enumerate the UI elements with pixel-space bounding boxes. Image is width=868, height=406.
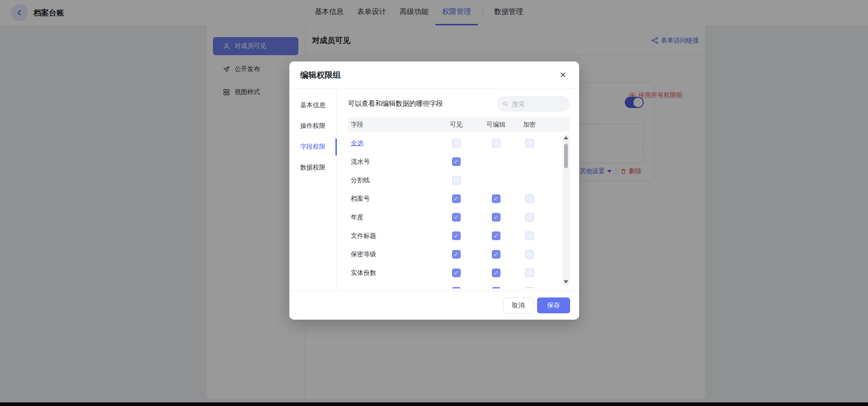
column-header: 加密 — [516, 121, 543, 129]
field-cell: 保密等级 — [348, 250, 436, 259]
checkbox-encrypted[interactable] — [525, 213, 534, 222]
checkbox-cell — [516, 287, 543, 288]
checkbox-cell — [476, 139, 516, 147]
modal-title: 编辑权限组 — [300, 70, 341, 80]
checkbox-encrypted[interactable] — [525, 287, 534, 288]
checkbox-cell — [436, 139, 476, 147]
checkbox-cell — [516, 231, 543, 240]
field-cell: 档案号 — [348, 195, 436, 203]
checkbox-cell — [516, 250, 543, 259]
checkbox-cell: ✓ — [436, 287, 476, 288]
field-cell: 年度 — [348, 213, 436, 222]
scroll-down-icon[interactable] — [564, 280, 568, 283]
checkbox-cell — [516, 213, 543, 222]
modal-tab-data-permissions[interactable]: 数据权限 — [289, 157, 336, 178]
checkbox-cell: ✓ — [436, 194, 476, 203]
field-list: 全选流水号✓分割线档案号✓✓年度✓✓文件标题✓✓保密等级✓✓实体份数✓✓✓✓ — [348, 132, 570, 288]
close-icon[interactable]: ✕ — [557, 69, 569, 81]
checkbox-editable[interactable]: ✓ — [492, 213, 500, 222]
table-row: 文件标题✓✓ — [348, 227, 570, 245]
checkbox-cell: ✓ — [436, 269, 476, 277]
checkbox-editable[interactable]: ✓ — [492, 269, 500, 277]
modal-tab-operation-permissions[interactable]: 操作权限 — [289, 116, 336, 137]
column-header: 可编辑 — [476, 121, 516, 129]
search-input[interactable] — [511, 100, 564, 108]
select-all-link[interactable]: 全选 — [351, 139, 363, 147]
checkbox-cell: ✓ — [436, 231, 476, 240]
modal-tab-basic-info[interactable]: 基本信息 — [289, 95, 336, 116]
field-label: 实体份数 — [351, 269, 376, 277]
modal-header: 编辑权限组 ✕ — [289, 61, 579, 89]
field-label: 档案号 — [351, 195, 370, 203]
search-box[interactable] — [497, 96, 570, 112]
checkbox-visible[interactable]: ✓ — [452, 213, 461, 222]
search-icon — [503, 101, 508, 107]
table-row: 档案号✓✓ — [348, 189, 570, 208]
modal-tab-field-permissions[interactable]: 字段权限 — [289, 137, 336, 157]
table-row: 全选 — [348, 134, 570, 152]
checkbox-cell: ✓ — [436, 157, 476, 166]
save-button[interactable]: 保存 — [537, 297, 570, 313]
checkbox-visible[interactable] — [452, 176, 461, 184]
edit-permission-group-modal: 编辑权限组 ✕ 基本信息操作权限字段权限数据权限 可以查看和编辑数据的哪些字段 … — [289, 61, 579, 320]
checkbox-editable[interactable]: ✓ — [492, 194, 500, 203]
checkbox-visible[interactable]: ✓ — [452, 194, 461, 203]
modal-content: 可以查看和编辑数据的哪些字段 字段可见可编辑加密 全选流水号✓分割线档案号✓✓年… — [348, 89, 570, 291]
modal-tabs: 基本信息操作权限字段权限数据权限 — [289, 89, 337, 291]
table-row: 年度✓✓ — [348, 208, 570, 227]
table-row: 流水号✓ — [348, 152, 570, 171]
checkbox-cell: ✓ — [476, 231, 516, 240]
checkbox-editable[interactable] — [492, 139, 500, 147]
checkbox-cell: ✓ — [436, 213, 476, 222]
modal-body: 基本信息操作权限字段权限数据权限 可以查看和编辑数据的哪些字段 字段可见可编辑加… — [289, 89, 579, 291]
column-header: 可见 — [436, 121, 476, 129]
checkbox-visible[interactable] — [452, 139, 461, 147]
checkbox-editable[interactable]: ✓ — [492, 231, 500, 240]
checkbox-visible[interactable]: ✓ — [452, 269, 461, 277]
field-cell: 分割线 — [348, 176, 436, 184]
checkbox-visible[interactable]: ✓ — [452, 157, 461, 166]
field-label: 流水号 — [351, 158, 370, 166]
table-header: 字段可见可编辑加密 — [348, 118, 570, 132]
scrollbar[interactable] — [562, 134, 570, 286]
table-row: ✓✓ — [348, 282, 570, 288]
table-row: 实体份数✓✓ — [348, 264, 570, 282]
field-cell: 流水号 — [348, 158, 436, 166]
checkbox-cell — [516, 194, 543, 203]
table-row: 分割线 — [348, 171, 570, 189]
field-label: 年度 — [351, 213, 363, 222]
fields-caption: 可以查看和编辑数据的哪些字段 — [348, 99, 443, 108]
field-cell: 全选 — [348, 139, 436, 147]
checkbox-cell: ✓ — [476, 213, 516, 222]
checkbox-encrypted[interactable] — [525, 269, 534, 277]
checkbox-cell — [516, 269, 543, 277]
checkbox-cell: ✓ — [436, 250, 476, 259]
checkbox-visible[interactable]: ✓ — [452, 231, 461, 240]
scrollbar-thumb[interactable] — [564, 144, 568, 168]
checkbox-editable[interactable]: ✓ — [492, 250, 500, 259]
column-header: 字段 — [348, 121, 436, 129]
checkbox-visible[interactable]: ✓ — [452, 250, 461, 259]
scroll-up-icon[interactable] — [564, 136, 568, 139]
checkbox-encrypted[interactable] — [525, 194, 534, 203]
field-cell: 实体份数 — [348, 269, 436, 277]
checkbox-cell: ✓ — [476, 250, 516, 259]
field-cell: 文件标题 — [348, 232, 436, 240]
field-label: 保密等级 — [351, 250, 376, 259]
field-label: 文件标题 — [351, 232, 376, 240]
table-row: 保密等级✓✓ — [348, 245, 570, 264]
checkbox-cell — [436, 176, 476, 184]
checkbox-cell: ✓ — [476, 194, 516, 203]
checkbox-encrypted[interactable] — [525, 250, 534, 259]
checkbox-encrypted[interactable] — [525, 231, 534, 240]
checkbox-encrypted[interactable] — [525, 139, 534, 147]
checkbox-cell — [516, 139, 543, 147]
checkbox-cell: ✓ — [476, 269, 516, 277]
modal-footer: 取消 保存 — [289, 291, 579, 320]
checkbox-editable[interactable]: ✓ — [492, 287, 500, 288]
checkbox-cell: ✓ — [476, 287, 516, 288]
checkbox-visible[interactable]: ✓ — [452, 287, 461, 288]
cancel-button[interactable]: 取消 — [503, 297, 533, 313]
field-label: 分割线 — [351, 176, 370, 184]
